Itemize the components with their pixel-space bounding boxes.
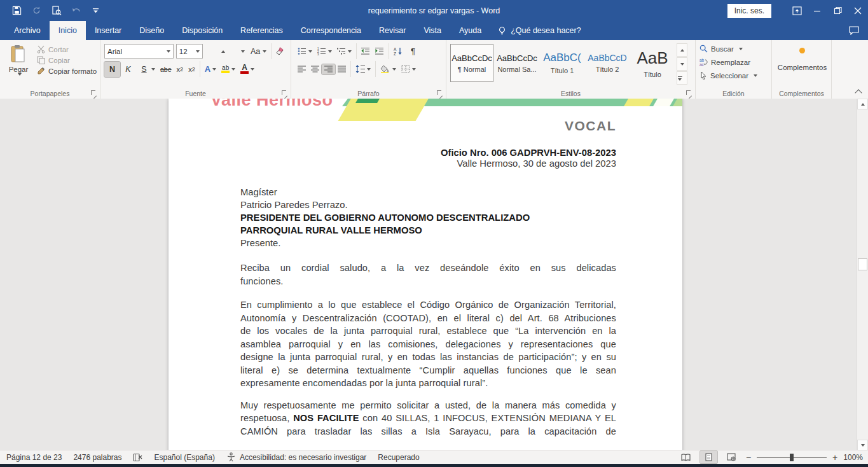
style-titulo-1[interactable]: AaBbC( Título 1 [541,44,584,82]
sign-in-button[interactable]: Inic. ses. [727,4,771,18]
strikethrough-button[interactable]: abe [158,62,174,77]
numbering-button[interactable]: 123 [315,46,334,57]
multilevel-list-button[interactable] [334,46,354,57]
page-indicator[interactable]: Página 12 de 23 [6,453,62,462]
styles-scroll-up-icon[interactable] [677,43,687,57]
tab-ayuda[interactable]: Ayuda [450,21,490,40]
align-right-icon [324,66,333,73]
style-name: Normal Sa... [497,66,536,73]
superscript-button[interactable]: x2 [186,64,198,74]
styles-more-icon[interactable] [677,71,687,85]
zoom-slider[interactable] [757,457,827,458]
tab-diseno[interactable]: Diseño [130,21,173,40]
styles-scroll-down-icon[interactable] [677,57,687,71]
print-preview-icon[interactable] [51,5,62,16]
addins-button[interactable]: Complementos [778,64,827,71]
select-caret-icon [754,74,757,77]
read-mode-button[interactable] [677,451,694,463]
decrease-indent-button[interactable] [359,46,373,57]
highlight-letters: ab [221,65,230,73]
svg-text:Z: Z [394,52,396,55]
restore-button[interactable] [827,0,848,21]
addins-dot-icon[interactable] [799,48,805,53]
borders-button[interactable] [399,64,418,74]
find-button[interactable]: Buscar [699,43,769,55]
clear-formatting-button[interactable] [273,46,288,57]
word-count[interactable]: 2476 palabras [73,453,121,462]
oficio-number-line: Oficio Nro. 006 GADPRVH-ENV-08-2023 [240,148,616,158]
tab-archivo[interactable]: Archivo [5,21,50,40]
pilcrow-icon: ¶ [408,45,418,58]
select-button[interactable]: Seleccionar [699,69,769,81]
web-layout-button[interactable] [723,451,740,463]
fuente-dialog-launcher-icon[interactable] [282,90,287,96]
document-page[interactable]: Valle Hermoso VOCAL Oficio Nro. 006 GADP… [169,99,682,450]
parrafo-dialog-launcher-icon[interactable] [437,90,443,96]
shading-button[interactable] [378,64,399,74]
zoom-level[interactable]: 100% [843,453,863,462]
accessibility-status[interactable]: Accesibilidad: es necesario investigar [226,452,366,462]
tab-disposicion[interactable]: Disposición [173,21,231,40]
zoom-in-button[interactable]: + [832,452,837,463]
style-normal-sa[interactable]: AaBbCcDc Normal Sa... [495,44,539,82]
zoom-out-button[interactable]: − [746,452,751,463]
underline-letter: S [139,63,149,76]
close-button[interactable] [848,0,868,21]
shrink-font-button[interactable] [228,44,247,59]
text-effects-button[interactable]: A [202,63,219,75]
line-spacing-button[interactable] [353,64,373,74]
style-titulo[interactable]: AaB Título [631,44,674,82]
align-left-button[interactable] [295,64,308,74]
italic-button[interactable]: K [120,62,136,77]
line-spacing-caret-icon [367,68,371,71]
font-color-button[interactable]: A [238,63,257,75]
font-size-caret-icon [196,50,200,53]
font-size-combo[interactable]: 12 [176,44,203,59]
bullets-button[interactable] [295,46,315,57]
customize-qat-icon[interactable] [90,5,101,16]
align-center-button[interactable] [308,64,322,74]
highlight-button[interactable]: ab [219,64,238,74]
style-normal[interactable]: AaBbCcDc ¶ Normal [450,44,493,82]
recovered-status[interactable]: Recuperado [378,453,419,462]
style-titulo-2[interactable]: AaBbCcD Título 2 [586,44,629,82]
align-right-button[interactable] [322,64,335,74]
scroll-up-icon[interactable] [857,99,868,109]
tab-correspondencia[interactable]: Correspondencia [292,21,370,40]
tab-referencias[interactable]: Referencias [231,21,292,40]
change-case-button[interactable]: Aa [247,44,269,59]
replace-button[interactable]: abac Reemplazar [699,56,769,68]
scrollbar-thumb[interactable] [858,258,867,270]
print-layout-button[interactable] [700,451,717,463]
style-preview: AaBbCcDc [497,53,537,63]
save-icon[interactable] [11,5,22,16]
tab-vista[interactable]: Vista [415,21,450,40]
tell-me-box[interactable]: ¿Qué desea hacer? [498,21,581,40]
tab-inicio[interactable]: Inicio [50,21,86,40]
proofing-status[interactable] [133,453,142,462]
grow-font-button[interactable] [208,44,228,59]
sort-button[interactable]: AZ [391,46,405,57]
increase-indent-button[interactable] [373,46,387,57]
underline-button[interactable]: S [136,62,158,77]
bold-button[interactable]: N [104,62,120,77]
vertical-scrollbar[interactable] [857,99,868,450]
copy-button: Copiar [37,56,97,64]
subscript-button[interactable]: x2 [174,64,186,74]
minimize-button[interactable] [807,0,827,21]
font-family-combo[interactable]: Arial [104,44,174,59]
zoom-slider-thumb[interactable] [790,454,794,461]
show-marks-button[interactable]: ¶ [405,44,421,59]
format-painter-button[interactable]: Copiar formato [37,67,97,75]
tab-insertar[interactable]: Insertar [86,21,130,40]
ribbon-display-options-icon[interactable] [787,0,807,21]
comments-icon[interactable] [849,21,859,40]
estilos-dialog-launcher-icon[interactable] [686,90,692,96]
language-indicator[interactable]: Español (España) [154,453,214,462]
paste-button[interactable]: Pegar [4,43,33,87]
scroll-down-icon[interactable] [857,440,868,450]
portapapeles-dialog-launcher-icon[interactable] [91,90,97,96]
tab-revisar[interactable]: Revisar [370,21,415,40]
justify-button[interactable] [335,64,348,74]
collapse-ribbon-icon[interactable] [856,89,862,95]
